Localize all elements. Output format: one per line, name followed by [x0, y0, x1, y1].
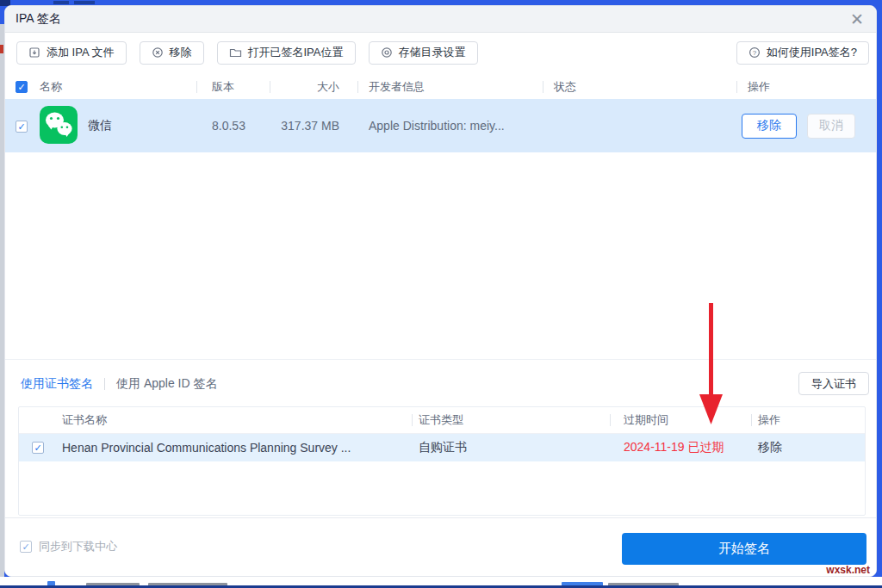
settings-icon [381, 46, 393, 59]
help-label: 如何使用IPA签名? [767, 45, 857, 60]
background-window-edge [0, 577, 882, 588]
certificate-table-header: 证书名称 证书类型 过期时间 操作 [19, 407, 865, 434]
remove-button[interactable]: 移除 [140, 41, 204, 65]
empty-list-area [5, 152, 876, 359]
background-window-content [53, 1, 69, 4]
app-name: 微信 [88, 118, 112, 133]
tab-certificate-sign[interactable]: 使用证书签名 [21, 376, 93, 392]
svg-text:?: ? [753, 49, 757, 57]
cert-remove-link[interactable]: 移除 [751, 440, 865, 455]
app-name-cell: 微信 [40, 106, 197, 146]
remove-circle-icon [152, 46, 164, 59]
add-ipa-label: 添加 IPA 文件 [47, 45, 115, 60]
row-checkbox-cell [16, 119, 40, 133]
app-table-header: 名称 版本 大小 开发者信息 状态 操作 [5, 75, 876, 99]
background-window-content [74, 1, 95, 4]
row-checkbox[interactable] [16, 121, 28, 133]
tab-apple-id-sign[interactable]: 使用 Apple ID 签名 [116, 376, 217, 392]
column-header-status: 状态 [543, 75, 737, 99]
add-file-icon [28, 46, 40, 59]
certificate-table: 证书名称 证书类型 过期时间 操作 Henan Provincial Commu… [18, 406, 866, 516]
cert-expire-status: 已过期 [687, 440, 724, 454]
toolbar: 添加 IPA 文件 移除 打开已签名IPA位置 [5, 33, 876, 71]
row-remove-button[interactable]: 移除 [742, 114, 797, 139]
start-sign-button[interactable]: 开始签名 [622, 533, 866, 565]
cert-checkbox-cell [19, 442, 57, 454]
table-row-wechat[interactable]: 微信 8.0.53 317.37 MB Apple Distribution: … [5, 99, 876, 152]
table-row-certificate[interactable]: Henan Provincial Communications Planning… [19, 434, 865, 461]
storage-settings-button[interactable]: 存储目录设置 [369, 41, 478, 65]
app-size: 317.37 MB [270, 119, 358, 133]
add-ipa-button[interactable]: 添加 IPA 文件 [16, 41, 127, 65]
column-header-cert-name: 证书名称 [57, 407, 412, 433]
row-cancel-button[interactable]: 取消 [807, 114, 855, 139]
column-header-cert-type: 证书类型 [412, 407, 610, 433]
storage-settings-label: 存储目录设置 [399, 45, 466, 60]
app-version: 8.0.53 [197, 119, 270, 133]
cert-expire: 2024-11-19 已过期 [610, 440, 751, 455]
import-certificate-button[interactable]: 导入证书 [798, 372, 869, 395]
column-header-size: 大小 [270, 75, 358, 99]
help-button[interactable]: ? 如何使用IPA签名? [736, 41, 869, 65]
column-header-name: 名称 [40, 75, 197, 99]
column-header-cert-actions: 操作 [751, 407, 865, 433]
cert-type: 自购证书 [412, 440, 610, 455]
column-header-version: 版本 [197, 75, 270, 99]
dialog-titlebar: IPA 签名 ✕ [5, 6, 876, 33]
cert-expire-date: 2024-11-19 [624, 440, 685, 454]
select-all-cell [16, 75, 40, 99]
sync-download-option[interactable]: 同步到下载中心 [20, 539, 117, 554]
remove-label: 移除 [170, 45, 192, 60]
column-header-cert-expire: 过期时间 [610, 407, 751, 433]
cert-checkbox[interactable] [32, 442, 44, 454]
dialog-footer: 同步到下载中心 开始签名 wxsk.net [5, 517, 876, 576]
column-header-developer: 开发者信息 [358, 75, 543, 99]
sign-method-tabs: 使用证书签名 使用 Apple ID 签名 导入证书 [5, 359, 876, 402]
close-icon[interactable]: ✕ [848, 11, 866, 28]
folder-icon [229, 46, 242, 59]
ipa-sign-dialog: IPA 签名 ✕ 添加 IPA 文件 移除 [4, 5, 877, 577]
sync-label: 同步到下载中心 [39, 539, 117, 554]
help-icon: ? [748, 46, 761, 59]
background-window-content [0, 45, 3, 53]
column-header-actions: 操作 [737, 75, 869, 99]
open-signed-location-button[interactable]: 打开已签名IPA位置 [217, 41, 356, 65]
page-title: IPA 签名 [16, 11, 61, 27]
cert-name: Henan Provincial Communications Planning… [57, 441, 412, 455]
tab-divider [104, 378, 105, 390]
select-all-checkbox[interactable] [16, 81, 28, 93]
app-actions-cell: 移除 取消 [737, 114, 869, 139]
app-developer: Apple Distribution: meiy... [358, 119, 543, 133]
open-signed-location-label: 打开已签名IPA位置 [248, 45, 344, 60]
cert-header-checkbox-cell [19, 407, 57, 433]
wechat-icon [40, 106, 78, 146]
sync-checkbox[interactable] [20, 541, 32, 553]
watermark: wxsk.net [826, 564, 870, 576]
